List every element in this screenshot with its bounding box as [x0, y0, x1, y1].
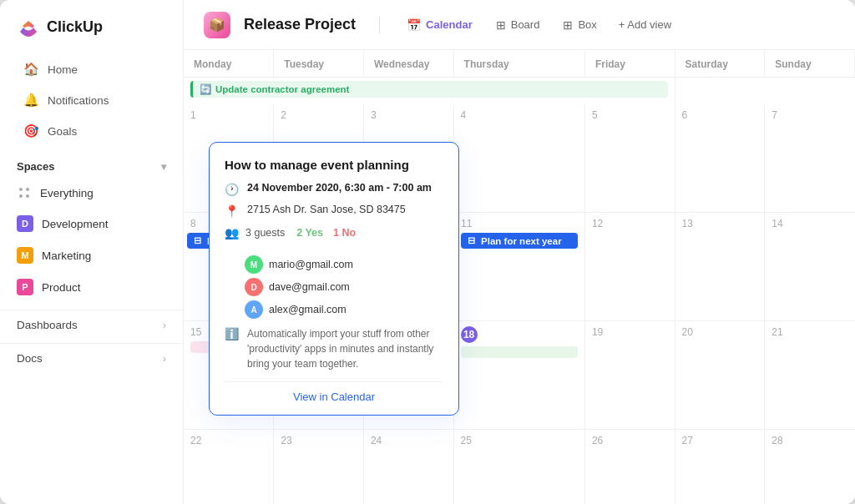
popup-footer: View in Calendar: [225, 381, 443, 403]
cal-cell-7: 7: [765, 104, 855, 213]
location-icon: 📍: [225, 204, 239, 218]
week4-row: 22 23 24 25 26 27 28: [184, 430, 855, 505]
date-6: 6: [682, 109, 758, 121]
cal-cell-24: 24: [363, 430, 453, 505]
tab-calendar[interactable]: 📅 Calendar: [397, 13, 483, 37]
sidebar-item-notifications[interactable]: 🔔 Notifications: [7, 85, 176, 115]
spaces-chevron-icon[interactable]: ▾: [161, 161, 166, 173]
cal-header-sunday: Sunday: [765, 50, 855, 78]
project-title: Release Project: [244, 16, 356, 33]
date-23: 23: [281, 435, 357, 446]
guest-3: A alex@gmail.com: [245, 300, 353, 319]
guests-yes: 2 Yes: [296, 227, 323, 239]
cal-header-tuesday: Tuesday: [274, 50, 364, 78]
popup-location: 2715 Ash Dr. San Jose, SD 83475: [247, 204, 406, 215]
guest-1: M mario@gmail.com: [245, 255, 353, 274]
cal-header-wednesday: Wednesday: [363, 50, 453, 78]
svg-point-3: [26, 194, 29, 198]
date-27: 27: [682, 435, 758, 446]
guests-no: 1 No: [333, 227, 356, 239]
logo[interactable]: ClickUp: [0, 0, 183, 50]
dashboards-chevron-icon: ›: [163, 320, 166, 331]
cal-cell-20: 20: [675, 321, 765, 430]
svg-point-2: [19, 194, 23, 198]
sidebar-item-marketing[interactable]: M Marketing: [0, 240, 183, 270]
date-24: 24: [371, 435, 447, 446]
guests-icon: 👥: [225, 226, 239, 239]
spanning-event-cell: 🔄 Update contractor agreement: [184, 78, 675, 104]
calendar-icon: 📅: [407, 18, 421, 32]
popup-datetime: 24 November 2020, 6:30 am - 7:00 am: [247, 182, 432, 194]
goals-icon: 🎯: [23, 123, 39, 139]
popup-guests-row: 👥 3 guests 2 Yes 1 No M mario@gmail.com: [225, 225, 443, 319]
cal-header-friday: Friday: [584, 50, 675, 78]
header-divider: [379, 17, 380, 33]
tab-board[interactable]: ⊞ Board: [486, 13, 550, 37]
event-green[interactable]: [461, 346, 578, 358]
sidebar-item-docs[interactable]: Docs ›: [0, 343, 183, 373]
date-3: 3: [371, 109, 447, 121]
product-avatar: P: [17, 279, 33, 295]
sidebar-item-product[interactable]: P Product: [0, 272, 183, 302]
popup-description: Automatically import your stuff from oth…: [247, 326, 443, 371]
cal-cell-23: 23: [274, 430, 364, 505]
date-28: 28: [772, 435, 847, 446]
date-25: 25: [461, 435, 578, 446]
date-19: 19: [592, 326, 668, 338]
guests-label: 3 guests: [245, 227, 285, 239]
home-icon: 🏠: [23, 62, 39, 77]
svg-point-0: [19, 188, 23, 191]
date-12: 12: [592, 218, 668, 229]
cal-cell-25: 25: [453, 430, 584, 505]
date-21: 21: [772, 326, 847, 338]
cal-cell-22: 22: [184, 430, 274, 505]
cal-cell-27: 27: [675, 430, 765, 505]
popup-title: How to manage event planning: [225, 158, 443, 172]
date-7: 7: [772, 109, 847, 121]
bell-icon: 🔔: [23, 93, 39, 108]
sidebar-item-home[interactable]: 🏠 Home: [7, 54, 176, 84]
date-22: 22: [190, 435, 266, 446]
sidebar-item-everything[interactable]: Everything: [0, 179, 183, 207]
sidebar-item-dashboards[interactable]: Dashboards ›: [0, 310, 183, 340]
docs-chevron-icon: ›: [163, 353, 166, 365]
cal-header-thursday: Thursday: [453, 50, 584, 78]
cal-cell-5: 5: [584, 104, 675, 213]
date-4: 4: [461, 109, 578, 121]
sidebar-item-goals[interactable]: 🎯 Goals: [7, 116, 176, 146]
event-icon: ⊟: [194, 235, 201, 246]
box-icon: ⊞: [563, 18, 573, 32]
date-5: 5: [592, 109, 668, 121]
date-26: 26: [592, 435, 668, 446]
date-18: 18: [461, 326, 478, 343]
cal-cell-19: 19: [584, 321, 675, 430]
logo-text: ClickUp: [47, 18, 103, 36]
clock-icon: 🕐: [225, 183, 239, 196]
guest2-avatar: D: [245, 278, 263, 296]
tab-box[interactable]: ⊞ Box: [553, 13, 606, 37]
event2-icon: ⊟: [468, 235, 475, 246]
main-content: 📦 Release Project 📅 Calendar ⊞ Board ⊞ B…: [184, 0, 855, 504]
date-13: 13: [682, 218, 758, 229]
view-in-calendar-link[interactable]: View in Calendar: [293, 391, 375, 403]
event-plan-next-year[interactable]: ⊟ Plan for next year: [461, 233, 578, 249]
spaces-section-header: Spaces ▾: [0, 150, 183, 178]
guest-2: D dave@gmail.com: [245, 278, 353, 296]
calendar-wrapper: Monday Tuesday Wednesday Thursday Friday…: [184, 50, 855, 504]
everything-icon: [17, 185, 32, 200]
project-icon: 📦: [204, 12, 230, 38]
popup-description-row: ℹ️ Automatically import your stuff from …: [225, 326, 443, 371]
sidebar-item-development[interactable]: D Development: [0, 209, 183, 239]
add-view-button[interactable]: + Add view: [610, 13, 680, 36]
guest1-avatar: M: [245, 255, 263, 274]
update-contractor-event[interactable]: 🔄 Update contractor agreement: [190, 81, 668, 98]
popup-datetime-row: 🕐 24 November 2020, 6:30 am - 7:00 am: [225, 182, 443, 196]
cal-header-saturday: Saturday: [675, 50, 765, 78]
cal-cell-28: 28: [765, 430, 855, 505]
development-avatar: D: [17, 215, 33, 232]
cal-cell-6: 6: [675, 104, 765, 213]
marketing-avatar: M: [17, 247, 33, 264]
info-icon: ℹ️: [225, 327, 239, 340]
view-tabs: 📅 Calendar ⊞ Board ⊞ Box + Add view: [397, 13, 680, 37]
date-11: 11: [461, 218, 578, 229]
